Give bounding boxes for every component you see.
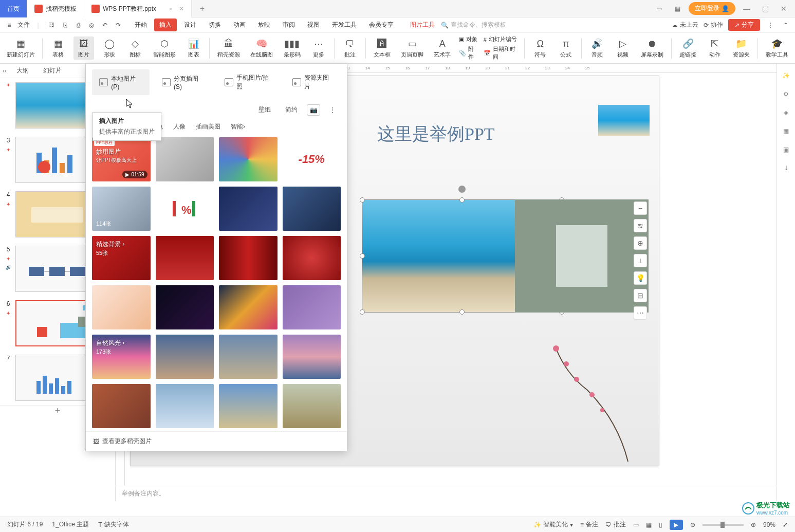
zoom-in[interactable]: ⊕	[751, 521, 756, 528]
rotate-handle[interactable]	[458, 186, 466, 193]
gallery-item[interactable]	[219, 137, 278, 181]
zoom-value[interactable]: 90%	[763, 521, 775, 528]
ribbon-action[interactable]: ⇱动作	[705, 36, 725, 60]
ribbon-formula[interactable]: π公式	[556, 36, 576, 60]
resize-handle-n[interactable]	[459, 197, 465, 203]
gallery-item[interactable]	[156, 384, 214, 428]
tab-home[interactable]: 首页	[0, 0, 27, 17]
ribbon-smart-graphic[interactable]: ⬡智能图形	[151, 36, 178, 60]
ribbon-docer-resource[interactable]: 🏛稻壳资源	[215, 36, 243, 60]
gallery-business[interactable]: 114张	[92, 187, 151, 231]
ribbon-picture[interactable]: 🖼图片	[73, 36, 94, 60]
ribbon-textbox[interactable]: 🅰文本框	[371, 36, 393, 60]
ribbon-header-footer[interactable]: ▭页眉页脚	[398, 36, 426, 60]
save-icon[interactable]: 🖫	[46, 20, 57, 30]
smart-beautify[interactable]: ✨智能美化▾	[533, 520, 573, 529]
ribbon-wordart[interactable]: A艺术字	[431, 36, 453, 60]
cloud-status[interactable]: ☁未上云	[672, 21, 698, 29]
ribbon-video[interactable]: ▷视频	[613, 36, 633, 60]
menu-tab-slideshow[interactable]: 放映	[253, 19, 275, 31]
tab-menu-icon[interactable]: ▫	[170, 5, 172, 12]
popup-tab-folder[interactable]: 资源夹图片	[285, 69, 341, 95]
cat-illust[interactable]: 插画美图	[196, 122, 220, 131]
context-tab-picture-tools[interactable]: 图片工具	[410, 21, 435, 29]
menu-tab-insert[interactable]: 插入	[154, 19, 177, 31]
tab-template[interactable]: 找稻壳模板	[27, 0, 84, 17]
float-layers[interactable]: ≋	[634, 219, 647, 232]
gallery-item[interactable]	[219, 335, 278, 379]
menu-tab-review[interactable]: 审阅	[278, 19, 300, 31]
file-label[interactable]: 文件	[17, 20, 30, 30]
view-sorter[interactable]: ▦	[646, 521, 652, 528]
app-menu-icon[interactable]: ≡	[4, 20, 14, 30]
ribbon-new-slide[interactable]: ▦新建幻灯片	[4, 36, 37, 60]
menu-tab-view[interactable]: 视图	[302, 19, 325, 31]
chip-simple[interactable]: 简约	[280, 103, 303, 116]
menu-tab-developer[interactable]: 开发工具	[327, 19, 362, 31]
ribbon-table[interactable]: ▦表格	[48, 36, 68, 60]
ribbon-hyperlink[interactable]: 🔗超链接	[677, 36, 699, 60]
float-crop[interactable]: ⟂	[634, 254, 647, 267]
coop-button[interactable]: ⟳协作	[704, 21, 723, 29]
zoom-thumb[interactable]	[720, 522, 725, 528]
resize-handle-w[interactable]	[360, 253, 365, 259]
gallery-item[interactable]: %	[156, 187, 214, 231]
gallery-item[interactable]	[156, 335, 214, 379]
gallery-item[interactable]	[156, 236, 214, 280]
export-icon[interactable]: ⎘	[60, 20, 70, 30]
ribbon-object[interactable]: ▣对象	[459, 35, 478, 43]
resize-handle-sw[interactable]	[360, 309, 365, 315]
more-menu-icon[interactable]: ⋮	[765, 20, 775, 30]
slideshow-button[interactable]: ▶	[670, 520, 683, 530]
gallery-section-nature[interactable]: 自然风光 ›173张	[92, 335, 151, 379]
layout-icon[interactable]: ▭	[652, 2, 666, 16]
popup-tab-pager[interactable]: 分页插图(S)	[155, 69, 212, 95]
float-zoom-in[interactable]: ⊕	[634, 236, 647, 250]
float-idea[interactable]: 💡	[634, 271, 647, 285]
corner-image[interactable]	[598, 105, 650, 136]
popup-tab-local[interactable]: 本地图片(P)	[92, 69, 150, 95]
camera-search-icon[interactable]: 📷	[307, 104, 320, 116]
gallery-item[interactable]	[283, 384, 341, 428]
ribbon-shape[interactable]: ◯形状	[99, 36, 120, 60]
ribbon-attachment[interactable]: 📎附件	[459, 45, 478, 61]
gallery-item[interactable]	[283, 335, 341, 379]
rs-export-icon[interactable]: ⤓	[781, 162, 792, 174]
ribbon-mindmap[interactable]: 🧠在线脑图	[248, 36, 275, 60]
ribbon-screen-record[interactable]: ⏺屏幕录制	[638, 36, 666, 60]
zoom-slider[interactable]	[702, 524, 744, 526]
popup-more-icon[interactable]: ⋮	[324, 104, 341, 116]
float-zoom-out[interactable]: −	[634, 201, 647, 215]
gallery-item[interactable]	[92, 384, 151, 428]
toggle-comments[interactable]: 🗨批注	[605, 520, 626, 529]
resize-handle-s[interactable]	[459, 309, 465, 315]
ribbon-audio[interactable]: 🔊音频	[587, 36, 607, 60]
notes-bar[interactable]: 举例备注内容。	[116, 486, 776, 501]
gallery-item[interactable]	[283, 236, 341, 280]
tab-close-icon[interactable]: ✕	[179, 5, 184, 12]
grid-icon[interactable]: ▦	[670, 2, 685, 16]
toggle-notes[interactable]: ≡备注	[580, 520, 598, 529]
gallery-tutorial[interactable]: PPT教程 妙用图片 让PPT模板高大上 ▶01:59	[92, 137, 151, 181]
ribbon-datetime[interactable]: 📅日期和时间	[484, 45, 520, 61]
float-more[interactable]: ⋯	[634, 306, 647, 320]
popup-more-link[interactable]: 🖼查看更多稻壳图片	[86, 431, 347, 451]
tab-document[interactable]: WPS PPT教程.pptx ▫ ✕	[84, 0, 192, 17]
fit-button[interactable]: ⤢	[783, 521, 788, 528]
panel-collapse[interactable]: ‹‹	[0, 67, 9, 75]
slide-title[interactable]: 这里是举例PPT	[377, 122, 495, 146]
gallery-item[interactable]	[156, 285, 214, 329]
gallery-item[interactable]	[283, 187, 341, 231]
gallery-section-bg[interactable]: 精选背景 ›55张	[92, 236, 151, 280]
popup-tab-mobile[interactable]: 手机图片/拍照	[217, 69, 281, 95]
rs-material-icon[interactable]: ▣	[781, 144, 792, 155]
undo-icon[interactable]: ↶	[100, 20, 110, 30]
menu-tab-animation[interactable]: 动画	[228, 19, 251, 31]
cat-smart[interactable]: 智能›	[231, 122, 245, 131]
redo-icon[interactable]: ↷	[113, 20, 123, 30]
gallery-item[interactable]	[219, 236, 278, 280]
preview-icon[interactable]: ◎	[86, 20, 97, 30]
rs-template-icon[interactable]: ▦	[781, 125, 792, 137]
gallery-item[interactable]	[219, 187, 278, 231]
float-collapse[interactable]: ⊟	[634, 289, 647, 302]
